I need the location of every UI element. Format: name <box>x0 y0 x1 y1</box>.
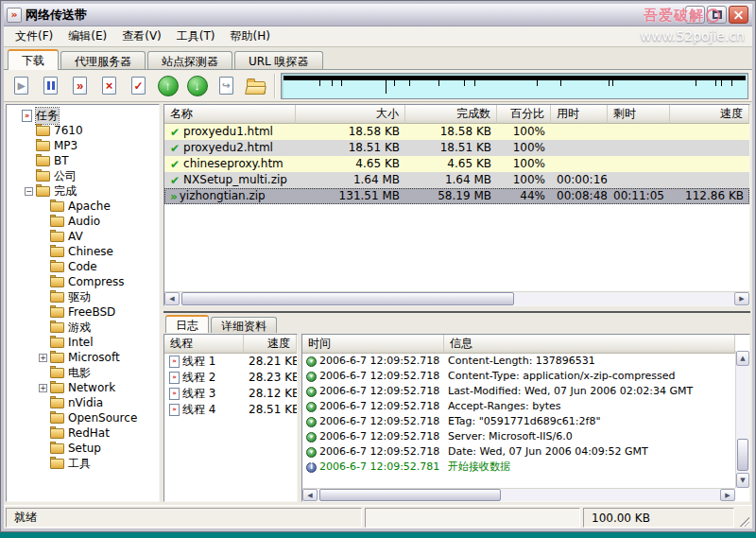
column-header-5[interactable]: 剩时 <box>608 105 670 124</box>
scroll-left-icon[interactable]: ◀ <box>164 292 180 305</box>
column-header-0[interactable]: 名称 <box>164 105 296 124</box>
tree-item-0[interactable]: »任务 <box>7 108 159 123</box>
tree-item-23[interactable]: 工具 <box>7 456 159 471</box>
log-vscrollbar[interactable]: ▲ ▼ <box>735 351 749 488</box>
move-down-button[interactable]: ↓ <box>183 73 211 99</box>
move-up-button[interactable]: ↑ <box>154 73 181 99</box>
tree-item-2[interactable]: MP3 <box>7 138 159 153</box>
expand-icon[interactable]: + <box>39 354 47 362</box>
tree-item-20[interactable]: OpenSource <box>7 410 159 425</box>
open-folder-button[interactable] <box>242 73 269 99</box>
folder-icon <box>50 338 64 348</box>
expand-icon[interactable]: + <box>39 384 47 392</box>
column-header-2[interactable]: 完成数 <box>405 105 497 124</box>
download-list-hscrollbar[interactable]: ◀ ▶ <box>164 291 749 305</box>
log-row-1[interactable]: ▾2006-6-7 12:09:52.718Content-Type: appl… <box>302 369 735 384</box>
log-row-2[interactable]: ▾2006-6-7 12:09:52.718Last-Modified: Wed… <box>302 384 735 399</box>
folder-icon <box>36 126 50 136</box>
scroll-left-icon[interactable]: ◀ <box>302 489 318 501</box>
tree-item-3[interactable]: BT <box>7 153 159 168</box>
pause-task-button[interactable] <box>37 73 64 99</box>
tree-item-21[interactable]: RedHat <box>7 425 159 441</box>
download-row-4[interactable]: »yizhongtian.zip131.51 MB58.19 MB44%00:0… <box>164 188 749 204</box>
tree-item-19[interactable]: nVidia <box>7 395 159 410</box>
tree-item-8[interactable]: AV <box>7 229 159 244</box>
hscroll-thumb[interactable] <box>181 292 514 305</box>
menu-item-0[interactable]: 文件(F) <box>9 26 60 46</box>
new-task-button[interactable]: ▶ <box>8 73 35 99</box>
tab-1[interactable]: 代理服务器 <box>60 51 146 69</box>
tree-item-14[interactable]: 游戏 <box>7 320 159 335</box>
menu-item-1[interactable]: 编辑(E) <box>61 26 113 46</box>
save-as-button[interactable]: ↪ <box>213 73 240 99</box>
hscroll-thumb[interactable] <box>319 489 501 501</box>
scroll-right-icon[interactable]: ▶ <box>734 292 749 305</box>
tree-item-4[interactable]: 公司 <box>7 168 159 183</box>
menu-item-4[interactable]: 帮助(H) <box>224 26 277 46</box>
minimize-button[interactable] <box>685 6 705 24</box>
log-row-7[interactable]: i2006-6-7 12:09:52.781开始接收数据 <box>302 460 735 475</box>
resize-grip[interactable] <box>737 508 750 528</box>
maximize-button[interactable] <box>707 6 727 24</box>
log-row-4[interactable]: ▾2006-6-7 12:09:52.718ETag: "0591771d689… <box>302 414 735 429</box>
download-row-3[interactable]: ✔NXSetup_multi.zip1.64 MB1.64 MB100%00:0… <box>164 172 749 188</box>
column-header-1[interactable]: 大小 <box>296 105 405 124</box>
tab-download[interactable]: 下载 <box>8 49 59 70</box>
scroll-right-icon[interactable]: ▶ <box>720 489 735 501</box>
tab-3[interactable]: URL 嗅探器 <box>234 51 323 69</box>
segment-tick <box>560 80 561 86</box>
tab-2[interactable]: 站点探测器 <box>147 51 232 69</box>
tree-item-22[interactable]: Setup <box>7 441 159 456</box>
scroll-down-icon[interactable]: ▼ <box>736 473 749 488</box>
tree-item-11[interactable]: Compress <box>7 274 159 289</box>
download-row-1[interactable]: ✔proxyedu2.html18.51 KB18.51 KB100% <box>164 140 749 156</box>
column-header-3[interactable]: 百分比 <box>497 105 551 124</box>
collapse-icon[interactable]: − <box>25 187 33 196</box>
delete-task-button[interactable]: × <box>95 73 123 99</box>
log-column-header-0[interactable]: 时间 <box>302 335 444 354</box>
close-button[interactable] <box>729 6 748 24</box>
log-row-3[interactable]: ▾2006-6-7 12:09:52.718Accept-Ranges: byt… <box>302 399 735 414</box>
thread-row-0[interactable]: »线程 128.21 KB <box>164 354 297 370</box>
tree-item-13[interactable]: FreeBSD <box>7 304 159 320</box>
log-row-6[interactable]: ▾2006-6-7 12:09:52.718Date: Wed, 07 Jun … <box>302 444 735 460</box>
thread-column-header-0[interactable]: 线程 <box>164 335 244 354</box>
download-row-2[interactable]: ✔chineseproxy.htm4.65 KB4.65 KB100% <box>164 156 749 172</box>
download-row-0[interactable]: ✔proxyedu1.html18.58 KB18.58 KB100% <box>164 124 749 140</box>
tree-item-12[interactable]: 驱动 <box>7 289 159 304</box>
start-task-button[interactable]: » <box>66 73 94 99</box>
tree-item-6[interactable]: Apache <box>7 199 159 214</box>
menu-item-2[interactable]: 查看(V) <box>115 26 168 46</box>
tree-item-10[interactable]: Code <box>7 259 159 274</box>
vscroll-thumb[interactable] <box>737 439 748 471</box>
tree-item-15[interactable]: Intel <box>7 335 159 350</box>
completed-icon: ✔ <box>170 127 180 138</box>
tree-item-9[interactable]: Chinese <box>7 244 159 259</box>
thread-row-3[interactable]: »线程 428.51 KB <box>164 402 297 418</box>
scroll-up-icon[interactable]: ▲ <box>736 351 749 366</box>
panel-splitter[interactable] <box>163 306 750 313</box>
column-header-6[interactable]: 速度 <box>670 105 749 124</box>
tree-item-1[interactable]: 7610 <box>7 123 159 138</box>
thread-row-2[interactable]: »线程 328.12 KB <box>164 386 297 402</box>
download-status-icon: ▾ <box>306 417 317 427</box>
thread-row-1[interactable]: »线程 228.23 KB <box>164 370 297 386</box>
thread-column-header-1[interactable]: 速度 <box>244 335 297 354</box>
tree-item-5[interactable]: −完成 <box>7 183 159 199</box>
toolbar: ▶ » × ✓ ↑ ↓ ↪ <box>4 70 752 102</box>
column-header-4[interactable]: 用时 <box>551 105 608 124</box>
tree-item-17[interactable]: 电影 <box>7 365 159 380</box>
log-hscrollbar[interactable]: ◀ ▶ <box>302 488 735 501</box>
log-time: 2006-6-7 12:09:52.718 <box>319 414 439 429</box>
bottom-tab-0[interactable]: 日志 <box>165 315 209 333</box>
tree-item-16[interactable]: +Microsoft <box>7 350 159 365</box>
log-row-0[interactable]: ▾2006-6-7 12:09:52.718Content-Length: 13… <box>302 354 735 369</box>
log-column-header-1[interactable]: 信息 <box>444 335 735 354</box>
tree-item-7[interactable]: Audio <box>7 214 159 229</box>
bottom-tab-1[interactable]: 详细资料 <box>211 317 277 333</box>
titlebar[interactable]: » 网络传送带 吾爱破解 <box>4 4 752 26</box>
commit-task-button[interactable]: ✓ <box>125 73 152 99</box>
tree-item-18[interactable]: +Network <box>7 380 159 395</box>
menu-item-3[interactable]: 工具(T) <box>170 26 222 46</box>
log-row-5[interactable]: ▾2006-6-7 12:09:52.718Server: Microsoft-… <box>302 429 735 444</box>
